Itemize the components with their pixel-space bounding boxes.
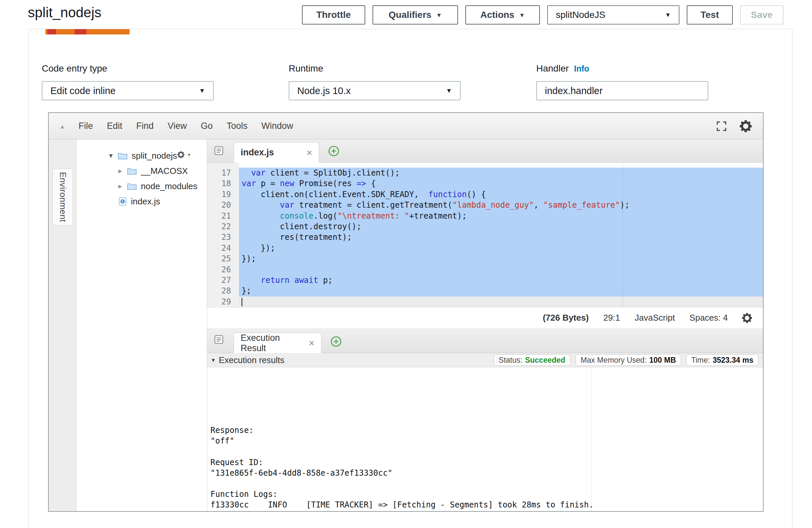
menu-item[interactable]: View — [168, 121, 187, 131]
tree-item-label: __MACOSX — [141, 166, 188, 176]
code-line-17[interactable]: var client = SplitObj.client(); — [239, 167, 763, 178]
menu-item[interactable]: Edit — [107, 121, 122, 131]
environment-strip: Environment — [49, 140, 76, 511]
tab-execution-result[interactable]: Execution Result — [234, 333, 321, 353]
code-line-22[interactable]: client.destroy(); — [239, 221, 763, 232]
tab-execution-result-label: Execution Result — [241, 333, 303, 353]
indent-status[interactable]: Spaces: 4 — [690, 313, 728, 323]
execution-results-title: Execution results — [219, 355, 284, 365]
log-lines: Response:"off"Request ID:"131e865f-6eb4-… — [211, 397, 763, 511]
caret-down-icon[interactable]: ▾ — [212, 356, 215, 364]
editor-right-region: index.js 17181920212223242526272829 var … — [207, 140, 763, 511]
tree-item-label: node_modules — [141, 181, 198, 191]
memory-badge-value: 100 MB — [649, 356, 676, 365]
actions-dropdown-button[interactable]: Actions ▼ — [465, 5, 540, 25]
log-line — [211, 446, 763, 457]
close-tab-icon[interactable] — [308, 338, 315, 349]
line-number: 29 — [207, 296, 239, 307]
new-tab-plus-icon[interactable] — [330, 336, 342, 348]
runtime-label: Runtime — [289, 63, 461, 74]
code-line-21[interactable]: console.log("\ntreatment: "+treatment); — [239, 211, 763, 221]
text-cursor — [242, 298, 242, 306]
tab-list-icon[interactable] — [214, 334, 225, 346]
file-tree-children: ▸__MACOSX▸node_modulesindex.js — [76, 163, 207, 209]
results-tabbar: Execution Result — [207, 328, 763, 353]
code-editor-area[interactable]: 17181920212223242526272829 var client = … — [207, 163, 763, 307]
handler-info-link[interactable]: Info — [574, 64, 589, 74]
page-title: split_nodejs — [28, 5, 101, 20]
menu-item[interactable]: Tools — [227, 121, 248, 131]
editor-menubar: ▴ FileEditFindViewGoToolsWindow — [49, 113, 763, 140]
runtime-select[interactable]: Node.js 10.x ▼ — [289, 81, 461, 100]
code-tabbar: index.js — [207, 140, 763, 163]
line-number: 17 — [207, 167, 239, 178]
editor-settings-gear-icon[interactable] — [738, 118, 754, 134]
tab-index-js[interactable]: index.js — [234, 142, 319, 163]
code-line-27[interactable]: return await p; — [239, 275, 763, 285]
code-line-28[interactable]: }; — [239, 285, 763, 296]
cursor-position-status[interactable]: 29:1 — [603, 313, 620, 323]
execution-log-output[interactable]: Response:"off"Request ID:"131e865f-6eb4-… — [207, 367, 763, 511]
tree-item-node_modules[interactable]: ▸node_modules — [76, 178, 207, 194]
collapse-menubar-icon[interactable]: ▴ — [61, 122, 64, 130]
code-entry-type-select[interactable]: Edit code inline ▼ — [42, 81, 214, 100]
editor-statusbar: (726 Bytes) 29:1 JavaScript Spaces: 4 — [207, 307, 763, 328]
line-number: 28 — [207, 285, 239, 296]
menu-item[interactable]: Window — [261, 121, 293, 131]
caret-down-icon: ▼ — [519, 12, 525, 19]
status-badge: Status: Succeeded — [494, 354, 570, 366]
environment-tab-label: Environment — [58, 172, 68, 222]
caret-down-icon: ▾ — [109, 151, 118, 160]
menubar-right-controls — [715, 113, 754, 140]
code-line-20[interactable]: var treatment = client.getTreatment("lam… — [239, 200, 763, 210]
menu-item[interactable]: Find — [136, 121, 154, 131]
code-line-23[interactable]: res(treatment); — [239, 232, 763, 243]
close-tab-icon[interactable] — [306, 147, 312, 158]
line-number: 22 — [207, 221, 239, 232]
tab-list-icon[interactable] — [214, 145, 225, 157]
log-line: "off" — [211, 436, 763, 446]
throttle-button[interactable]: Throttle — [302, 5, 365, 25]
tree-item-__MACOSX[interactable]: ▸__MACOSX — [76, 163, 207, 178]
file-tree-panel: ▾ split_nodejs ▸__MACOSX▸node_modulesind… — [76, 140, 207, 511]
handler-field: Handler Info index.handler — [536, 63, 708, 100]
log-line: Function Logs: — [211, 489, 763, 499]
function-header: split_nodejs Throttle Qualifiers ▼ Actio… — [0, 0, 812, 29]
log-line — [211, 478, 763, 489]
code-line-25[interactable]: }); — [239, 253, 763, 264]
tree-root-label: split_nodejs — [132, 151, 177, 161]
tab-index-js-label: index.js — [241, 147, 274, 158]
test-button[interactable]: Test — [687, 5, 733, 25]
code-line-26[interactable] — [239, 264, 763, 275]
code-line-24[interactable]: }); — [239, 243, 763, 253]
log-line: "131e865f-6eb4-4dd8-858e-a37ef13330cc" — [211, 468, 763, 478]
editor-menu: FileEditFindViewGoToolsWindow — [78, 121, 293, 131]
handler-input[interactable]: index.handler — [536, 81, 708, 100]
tree-item-index.js[interactable]: index.js — [76, 194, 207, 209]
language-status[interactable]: JavaScript — [635, 313, 675, 323]
code-lines[interactable]: var client = SplitObj.client();var p = n… — [239, 163, 763, 307]
menu-item[interactable]: Go — [201, 121, 213, 131]
qualifiers-dropdown-button[interactable]: Qualifiers ▼ — [373, 5, 458, 25]
environment-tab[interactable]: Environment — [52, 168, 73, 225]
statusbar-gear-icon[interactable] — [740, 311, 754, 325]
code-line-18[interactable]: var p = new Promise(res => { — [239, 178, 763, 189]
handler-label: Handler — [536, 63, 569, 74]
execution-result-badges: Status: Succeeded Max Memory Used: 100 M… — [494, 354, 758, 366]
test-event-select[interactable]: splitNodeJS ▼ — [547, 5, 679, 25]
line-number: 18 — [207, 178, 239, 189]
save-button[interactable]: Save — [740, 5, 783, 25]
caret-down-icon: ▼ — [199, 87, 205, 94]
tree-settings-control[interactable]: ▾ — [176, 150, 190, 159]
tree-gear-icon — [176, 150, 186, 159]
code-entry-type-value: Edit code inline — [50, 86, 116, 97]
code-line-29[interactable] — [239, 296, 763, 307]
code-line-19[interactable]: client.on(client.Event.SDK_READY, functi… — [239, 189, 763, 200]
caret-right-icon: ▸ — [118, 182, 127, 190]
handler-value: index.handler — [545, 86, 603, 97]
menu-item[interactable]: File — [78, 121, 93, 131]
caret-down-icon: ▼ — [665, 12, 671, 18]
fullscreen-icon[interactable] — [715, 120, 728, 132]
handler-label-row: Handler Info — [536, 63, 708, 74]
new-tab-plus-icon[interactable] — [328, 145, 340, 157]
